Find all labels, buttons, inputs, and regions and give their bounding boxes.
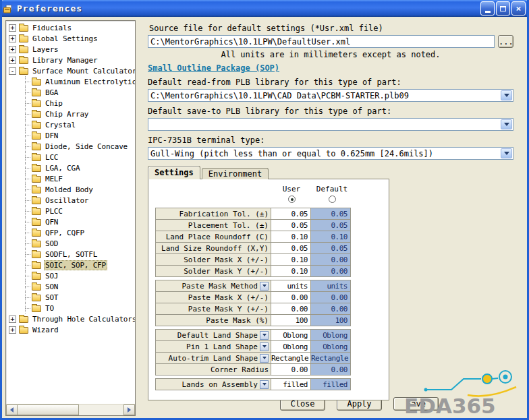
tree-item[interactable]: TO: [6, 303, 135, 313]
setting-label: Default Land Shape: [177, 331, 258, 340]
user-value-cell[interactable]: 0.00: [271, 363, 311, 376]
tree-expander-icon[interactable]: -: [9, 67, 16, 75]
dropdown-arrow-icon[interactable]: [260, 354, 269, 363]
tree-item-label: Library Manager: [31, 56, 99, 65]
read-from-dropdown-button[interactable]: [501, 90, 512, 100]
user-value-cell[interactable]: filled: [271, 378, 311, 390]
tree-item[interactable]: MELF: [6, 173, 135, 184]
tree-item[interactable]: PLCC: [6, 206, 135, 216]
tree-item[interactable]: SOIC, SOP, CFP: [6, 260, 135, 270]
default-value-cell: filled: [310, 378, 351, 390]
read-from-value: C:\MentorGraphics\10.1LPW\CAD Data\PCBM-…: [150, 91, 409, 100]
tree-expander-icon[interactable]: +: [9, 326, 16, 334]
tree-item[interactable]: +Wizard: [6, 324, 135, 335]
terminal-dropdown-button[interactable]: [501, 148, 512, 158]
tab-environment[interactable]: Environment: [202, 168, 269, 179]
tree-expander-icon[interactable]: +: [9, 24, 16, 32]
user-value-cell[interactable]: 100: [271, 314, 311, 326]
scroll-right-button[interactable]: [123, 404, 135, 415]
tree-item[interactable]: SOJ: [6, 270, 135, 281]
tree-item[interactable]: SON: [6, 281, 135, 292]
setting-label-cell: Default Land Shape: [155, 329, 271, 341]
user-value-cell[interactable]: 0.05: [271, 219, 311, 231]
scroll-track[interactable]: [79, 404, 123, 415]
tree-item[interactable]: Chip: [6, 98, 135, 109]
chevron-down-icon: [262, 345, 267, 348]
folder-icon: [32, 79, 41, 86]
tree-expander-icon[interactable]: +: [9, 57, 16, 64]
user-value-cell[interactable]: 0.10: [271, 265, 311, 277]
tree-item[interactable]: Molded Body: [6, 184, 135, 195]
tree-item[interactable]: SOD: [6, 238, 135, 249]
tree-item[interactable]: +Layers: [6, 44, 135, 55]
source-file-input[interactable]: [148, 35, 495, 48]
tree-item[interactable]: +Library Manager: [6, 55, 135, 65]
close-button[interactable]: ×: [511, 1, 526, 16]
terminal-type-combo[interactable]: Gull-Wing (pitch less than or equal to 0…: [148, 147, 513, 160]
tree-item[interactable]: +Global Settings: [6, 33, 135, 44]
dropdown-arrow-icon[interactable]: [260, 342, 269, 351]
save-to-dropdown-button[interactable]: [501, 119, 512, 129]
tree-item[interactable]: SOT: [6, 292, 135, 303]
setting-label: Land Size Roundoff (X,Y): [161, 244, 269, 253]
folder-icon: [32, 111, 41, 118]
user-value-cell[interactable]: Oblong: [271, 340, 311, 353]
scroll-left-button[interactable]: [6, 404, 18, 415]
default-column-radio[interactable]: [329, 196, 336, 203]
user-value-cell[interactable]: Rectangle: [271, 352, 311, 364]
chevron-down-icon: [262, 284, 267, 287]
tree-item[interactable]: LCC: [6, 152, 135, 162]
tab-settings[interactable]: Settings: [148, 166, 200, 179]
tree-expander-icon[interactable]: +: [9, 46, 16, 53]
browse-button[interactable]: ...: [498, 35, 513, 48]
user-value-cell[interactable]: 0.00: [271, 291, 311, 303]
save-to-combo[interactable]: [148, 118, 513, 131]
user-column-radio[interactable]: [288, 196, 296, 203]
tree-item[interactable]: +Fiducials: [6, 22, 135, 33]
tree-expander-icon[interactable]: +: [9, 35, 16, 42]
default-value-cell: Oblong: [310, 340, 351, 353]
setting-label-cell: Solder Mask Y (+/-): [155, 265, 271, 277]
user-value-cell[interactable]: 0.00: [271, 303, 311, 315]
tree-item[interactable]: SODFL, SOTFL: [6, 249, 135, 260]
tree-item[interactable]: Diode, Side Concave: [6, 141, 135, 152]
tree-connector: [20, 184, 31, 195]
window-controls: ×: [480, 1, 526, 16]
settings-row: Solder Mask X (+/-)0.100.00: [155, 253, 389, 266]
user-value-cell[interactable]: Oblong: [271, 329, 311, 341]
tree-item[interactable]: Oscillator: [6, 195, 135, 206]
tree-item-label: MELF: [44, 175, 64, 183]
tree-expander-icon[interactable]: +: [9, 316, 16, 323]
scroll-thumb[interactable]: [17, 404, 79, 415]
minimize-button[interactable]: [480, 1, 495, 16]
read-from-combo[interactable]: C:\MentorGraphics\10.1LPW\CAD Data\PCBM-…: [148, 89, 513, 102]
user-value-cell[interactable]: units: [271, 280, 311, 292]
settings-row: Paste Mask (%)100100: [155, 314, 389, 326]
user-value-cell[interactable]: 0.10: [271, 231, 311, 243]
settings-row: Paste Mask X (+/-)0.000.00: [155, 291, 389, 303]
user-value-cell[interactable]: 0.10: [271, 253, 311, 266]
tree-item[interactable]: LGA, CGA: [6, 162, 135, 173]
chevron-down-icon: [262, 383, 267, 386]
tree-item[interactable]: DFN: [6, 130, 135, 141]
dropdown-arrow-icon[interactable]: [260, 331, 269, 340]
horizontal-scrollbar[interactable]: [6, 404, 135, 415]
tree-item[interactable]: Crystal: [6, 119, 135, 130]
settings-row: Solder Mask Y (+/-)0.100.00: [155, 265, 389, 277]
user-value-cell[interactable]: 0.05: [271, 242, 311, 254]
default-value-cell: 0.05: [310, 242, 351, 254]
save-button[interactable]: Save: [393, 397, 439, 411]
tree-item[interactable]: +Through Hole Calculators: [6, 313, 135, 324]
tree-item[interactable]: -Surface Mount Calculators: [6, 65, 135, 76]
maximize-button[interactable]: [496, 1, 510, 16]
tree-item[interactable]: Aluminum Electrolytic (: [6, 76, 135, 87]
tree-item[interactable]: Chip Array: [6, 109, 135, 119]
tree-item-label: Layers: [31, 45, 60, 54]
user-value-cell[interactable]: 0.05: [271, 208, 311, 220]
tree-item[interactable]: QFN: [6, 216, 135, 227]
dropdown-arrow-icon[interactable]: [260, 282, 269, 291]
tree-item[interactable]: QFP, CQFP: [6, 227, 135, 238]
tree-item[interactable]: BGA: [6, 87, 135, 98]
folder-icon: [32, 198, 41, 204]
dropdown-arrow-icon[interactable]: [260, 380, 269, 389]
